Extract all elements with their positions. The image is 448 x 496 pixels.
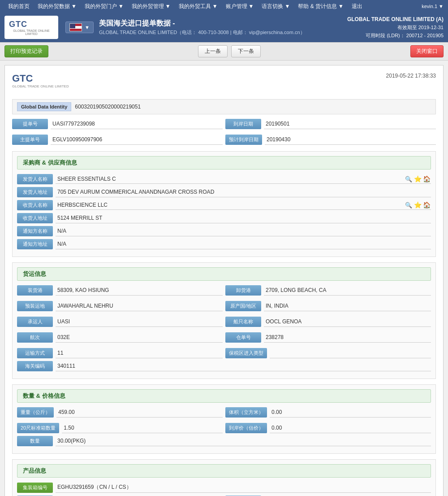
consignee-addr-value: 5124 MERRILL ST: [56, 213, 431, 223]
origin-value: IN, INDIA: [264, 301, 431, 311]
transport-section-header: 货运信息: [17, 267, 431, 281]
consignee-addr-row: 收货人地址 5124 MERRILL ST: [17, 213, 431, 223]
volume-value: 0.00: [270, 408, 431, 418]
top-toolbar: 打印预览记录 上一条 下一条 关闭窗口: [0, 42, 448, 61]
arrival-date-value: 20190501: [264, 119, 436, 129]
loading-port-row: 装货港 58309, KAO HSIUNG: [17, 285, 223, 296]
arrival-price-row: 到岸价（估价） 0.00: [225, 423, 431, 433]
next-button-top[interactable]: 下一条: [231, 45, 261, 57]
est-arrival-value: 20190430: [265, 135, 436, 145]
shipper-star-icon[interactable]: ⭐: [413, 174, 422, 183]
logo-area: GTC GLOBAL TRADE ONLINE LIMITED: [4, 16, 58, 39]
nav-user[interactable]: kevin.1 ▼: [422, 4, 444, 9]
record-card: GTC GLOBAL TRADE ONLINE LIMITED 2019-05-…: [4, 65, 444, 496]
quantity-fields: 重量（公斤） 459.00 体积（立方米） 0.00 20尺标准箱数量 1.50…: [17, 407, 431, 436]
nav-help[interactable]: 帮助 & 货计信息 ▼: [294, 1, 347, 12]
customs-code-label: 海关编码: [17, 361, 53, 371]
quantity-label: 数量: [17, 436, 53, 446]
shipper-name-row: 发货人名称 SHEER ESSENTIALS C 🔍 ⭐ 🏠: [17, 174, 431, 184]
arrival-price-label: 到岸价（估价）: [225, 423, 267, 433]
carrier-row: 承运人 UASI: [17, 317, 223, 327]
gdi-value: 6003201905020000219051: [75, 104, 141, 110]
voyage-value: 032E: [56, 333, 223, 343]
card-header: GTC GLOBAL TRADE ONLINE LIMITED 2019-05-…: [12, 73, 436, 92]
transport-section: 货运信息 装货港 58309, KAO HSIUNG 卸货港 2709, LON…: [12, 262, 436, 379]
volume-row: 体积（立方米） 0.00: [225, 407, 431, 418]
container20-row: 20尺标准箱数量 1.50: [17, 423, 223, 433]
container-no-value: 238278: [264, 333, 431, 343]
valid-until: 有效期至 2019-12-31: [347, 24, 444, 32]
logo-text: GTC: [9, 20, 54, 29]
nav-language[interactable]: 语言切换 ▼: [258, 1, 293, 12]
print-button-top[interactable]: 打印预览记录: [4, 45, 48, 57]
consignee-star-icon[interactable]: ⭐: [413, 200, 422, 209]
loading-port-label: 装货港: [17, 285, 53, 296]
voyage-row: 航次 032E: [17, 332, 223, 343]
supplier-section-header: 采购商 & 供应商信息: [17, 156, 431, 170]
gdi-row: Global Data Identity 6003201905020000219…: [12, 99, 436, 114]
page-title: 美国海关进口提单数据 -: [99, 19, 347, 28]
est-arrival-row: 预计到岸日期 20190430: [225, 135, 436, 145]
est-arrival-label: 预计到岸日期: [225, 135, 262, 145]
transport-mode-value: 11: [56, 348, 223, 358]
nav-logout[interactable]: 退出: [348, 1, 366, 12]
vessel-label: 船只名称: [225, 317, 261, 327]
shipper-addr-row: 发货人地址 705 DEV AURUM COMMERICAL ANANDNAGA…: [17, 187, 431, 197]
container20-value: 1.50: [62, 423, 223, 433]
container-no-label: 仓单号: [225, 332, 261, 343]
nav-foreign-data[interactable]: 我的外贸数据 ▼: [34, 1, 80, 12]
unloading-port-label: 卸货港: [225, 285, 261, 296]
quantity-section: 数量 & 价格信息 重量（公斤） 459.00 体积（立方米） 0.00 20尺…: [12, 384, 436, 454]
master-bill-row: 主提单号 EGLV100950097906: [12, 135, 223, 145]
weight-value: 459.00: [56, 408, 223, 418]
transport-mode-label: 运输方式: [17, 348, 53, 358]
nav-items: 我的首页 我的外贸数据 ▼ 我的外贸门户 ▼ 我的外贸管理 ▼ 我的外贸工具 ▼…: [4, 1, 422, 12]
quantity-section-header: 数量 & 价格信息: [17, 389, 431, 403]
weight-label: 重量（公斤）: [17, 407, 54, 418]
consignee-name-value: HERBSCIENCE LLC: [56, 200, 404, 209]
consignee-search-icon[interactable]: 🔍: [404, 200, 413, 209]
container-no-row: 仓单号 238278: [225, 332, 431, 343]
prev-button-top[interactable]: 上一条: [198, 45, 228, 57]
notify-addr-row: 通知方地址 N/A: [17, 239, 431, 249]
unloading-port-row: 卸货港 2709, LONG BEACH, CA: [225, 285, 431, 296]
departure-label: 预装运地: [17, 301, 53, 311]
voyage-label: 航次: [17, 332, 53, 343]
quantity-value: 30.00(PKG): [56, 436, 431, 446]
arrival-date-row: 到岸日期 20190501: [225, 119, 436, 129]
us-flag-icon: [69, 23, 82, 31]
flag-selector[interactable]: ▼: [65, 22, 94, 33]
consignee-home-icon[interactable]: 🏠: [422, 200, 431, 209]
nav-foreign-portal[interactable]: 我的外贸门户 ▼: [81, 1, 127, 12]
top-navigation: 我的首页 我的外贸数据 ▼ 我的外贸门户 ▼ 我的外贸管理 ▼ 我的外贸工具 ▼…: [0, 0, 448, 13]
nav-account[interactable]: 账户管理 ▼: [222, 1, 258, 12]
departure-value: JAWAHARLAL NEHRU: [56, 301, 223, 311]
page-title-area: 美国海关进口提单数据 - GLOBAL TRADE ONLINE LIMITED…: [99, 19, 347, 36]
shipper-search-icon[interactable]: 🔍: [404, 174, 413, 183]
product-section: 产品信息 集装箱编号 EGHU3291659（CN / L / CS） 集装箱尺…: [12, 459, 436, 496]
shipper-home-icon[interactable]: 🏠: [422, 174, 431, 183]
card-logo-text: GTC: [12, 73, 33, 84]
ftz-row: 保税区进入类型: [225, 348, 431, 358]
product-section-header: 产品信息: [17, 464, 431, 478]
bill-no-label: 提单号: [12, 119, 48, 129]
master-bill-label: 主提单号: [12, 135, 48, 145]
card-logo: GTC GLOBAL TRADE ONLINE LIMITED: [12, 73, 69, 88]
main-content: GTC GLOBAL TRADE ONLINE LIMITED 2019-05-…: [0, 61, 448, 496]
carrier-value: UASI: [56, 317, 223, 327]
container-id-value: EGHU3291659（CN / L / CS）: [56, 482, 431, 493]
account-info: GLOBAL TRADE ONLINE LIMITED (A) 有效期至 201…: [347, 15, 444, 39]
nav-foreign-tools[interactable]: 我的外贸工具 ▼: [175, 1, 221, 12]
nav-foreign-manage[interactable]: 我的外贸管理 ▼: [128, 1, 174, 12]
container20-label: 20尺标准箱数量: [17, 423, 59, 433]
vessel-value: OOCL GENOA: [264, 317, 431, 327]
ldr-info: 可用时段 (LDR)： 200712 - 201905: [347, 32, 444, 40]
gdi-label: Global Data Identity: [17, 102, 71, 111]
master-bill-value: EGLV100950097906: [51, 135, 223, 145]
nav-home[interactable]: 我的首页: [4, 1, 33, 12]
shipper-name-value-area: SHEER ESSENTIALS C 🔍 ⭐ 🏠: [56, 174, 431, 184]
weight-row: 重量（公斤） 459.00: [17, 407, 223, 418]
shipper-addr-value: 705 DEV AURUM COMMERICAL ANANDNAGAR CROS…: [56, 187, 431, 197]
close-button-top[interactable]: 关闭窗口: [410, 45, 444, 57]
shipper-name-value: SHEER ESSENTIALS C: [56, 174, 404, 183]
